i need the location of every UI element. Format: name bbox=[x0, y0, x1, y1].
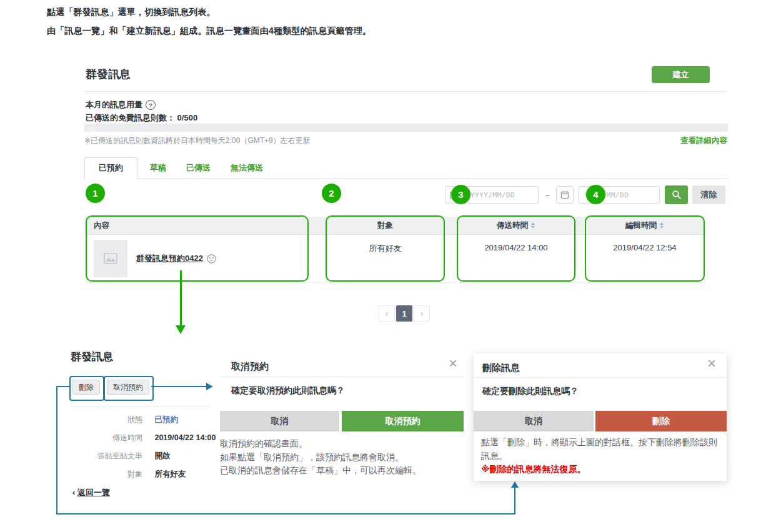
row-send-time: 2019/04/22 14:00 bbox=[457, 243, 575, 252]
tab-sent[interactable]: 已傳送 bbox=[179, 158, 218, 179]
field-status: 狀態 已預約 bbox=[71, 413, 178, 425]
cancel-modal-body: 確定要取消預約此則訊息嗎？ bbox=[231, 385, 345, 397]
delete-modal-warning: ※刪除的訊息將無法復原。 bbox=[481, 463, 722, 476]
usage-title: 本月的訊息用量 ? bbox=[86, 99, 156, 111]
tab-reserved[interactable]: 已預約 bbox=[84, 157, 137, 179]
broadcast-message-guide-page: 點選「群發訊息」選單，切換到訊息列表。 由「訊息一覽」和「建立新訊息」組成。訊息… bbox=[0, 0, 771, 532]
column-header-send-time[interactable]: 傳送時間 bbox=[457, 217, 575, 235]
green-connector-line bbox=[180, 270, 182, 326]
chevron-right-icon: › bbox=[420, 308, 424, 318]
sticker-badge-icon bbox=[207, 254, 216, 264]
usage-progress-bar: 0% bbox=[84, 124, 728, 132]
usage-sent-count: 已傳送的免費訊息則數： 0/500 bbox=[86, 112, 197, 124]
annotation-circle-1: 1 bbox=[86, 184, 105, 203]
field-value: 2019/04/22 14:00 bbox=[154, 433, 216, 442]
usage-title-label: 本月的訊息用量 bbox=[86, 99, 142, 111]
caption-line: 如果點選「取消預約」，該預約訊息將會取消。 bbox=[220, 451, 476, 465]
intro-line-1: 點選「群發訊息」選單，切換到訊息列表。 bbox=[47, 7, 216, 18]
delete-button[interactable]: 刪除 bbox=[72, 380, 100, 395]
field-value: 所有好友 bbox=[154, 470, 186, 478]
page-title: 群發訊息 bbox=[86, 67, 131, 82]
message-tabs: 已預約 草稿 已傳送 無法傳送 bbox=[84, 160, 728, 179]
back-to-list-link[interactable]: ‹ 返回一覽 bbox=[72, 487, 110, 498]
message-title-link[interactable]: 群發訊息預約0422 bbox=[136, 253, 203, 264]
annotation-circle-4: 4 bbox=[586, 185, 605, 204]
field-value: 開啟 bbox=[154, 451, 170, 460]
cancel-modal-confirm-button[interactable]: 取消預約 bbox=[342, 411, 464, 431]
detail-divider bbox=[71, 406, 210, 406]
field-timeline-post: 張貼至貼文串 開啟 bbox=[71, 450, 170, 461]
chevron-left-icon: ‹ bbox=[386, 308, 389, 318]
table-row: 群發訊息預約0422 bbox=[136, 253, 216, 264]
chevron-left-icon: ‹ bbox=[72, 488, 75, 497]
column-header-send-time-label: 傳送時間 bbox=[497, 221, 528, 230]
caption-line: 已取消的訊息會儲存在「草稿」中，可以再次編輯。 bbox=[220, 464, 476, 478]
close-icon[interactable]: × bbox=[449, 357, 457, 370]
blue-connector-line bbox=[56, 386, 57, 515]
usage-progress-label: 0% bbox=[84, 126, 96, 134]
date-range-separator: ~ bbox=[545, 190, 550, 200]
annotation-circle-3: 3 bbox=[451, 185, 470, 204]
delete-modal-confirm-button[interactable]: 刪除 bbox=[595, 411, 727, 431]
blue-connector-line bbox=[151, 386, 206, 387]
cancel-modal-caption: 取消預約的確認畫面。 如果點選「取消預約」，該預約訊息將會取消。 已取消的訊息會… bbox=[220, 437, 476, 478]
search-button[interactable] bbox=[665, 185, 688, 204]
blue-connector-line bbox=[514, 487, 515, 515]
message-thumbnail bbox=[94, 240, 127, 277]
cancel-modal-divider bbox=[220, 377, 464, 377]
status-badge: 已預約 bbox=[154, 415, 178, 424]
field-send-time: 傳送時間 2019/04/22 14:00 bbox=[71, 431, 216, 443]
blue-connector-line bbox=[56, 513, 515, 515]
field-target: 對象 所有好友 bbox=[71, 468, 186, 480]
clear-button[interactable]: 清除 bbox=[692, 185, 725, 204]
header-divider bbox=[84, 91, 728, 92]
column-header-edit-time[interactable]: 編輯時間 bbox=[585, 217, 705, 235]
annotation-circle-2: 2 bbox=[322, 184, 341, 203]
sort-icon[interactable] bbox=[659, 222, 664, 229]
delete-modal-divider bbox=[474, 377, 727, 378]
row-divider bbox=[84, 282, 706, 283]
tab-failed[interactable]: 無法傳送 bbox=[223, 158, 271, 179]
date-from-input[interactable] bbox=[465, 186, 539, 204]
blue-arrow-up-icon bbox=[511, 481, 519, 488]
delete-modal-caption: 點選「刪除」時，將顯示上圖的對話框。按下刪除將刪除該則訊息。 bbox=[481, 436, 722, 463]
column-header-target: 對象 bbox=[326, 217, 445, 235]
delete-modal-body: 確定要刪除此則訊息嗎？ bbox=[482, 386, 579, 397]
pagination-next-button[interactable]: › bbox=[414, 305, 430, 322]
row-edit-time: 2019/04/22 12:54 bbox=[585, 243, 705, 252]
close-icon[interactable]: × bbox=[707, 357, 716, 370]
create-button[interactable]: 建立 bbox=[652, 66, 710, 83]
search-icon bbox=[672, 190, 682, 200]
caption-line: 取消預約的確認畫面。 bbox=[220, 437, 476, 451]
help-icon[interactable]: ? bbox=[146, 100, 156, 110]
blue-arrow-right-icon bbox=[206, 383, 213, 390]
image-placeholder-icon bbox=[104, 253, 117, 264]
cancel-reservation-button[interactable]: 取消預約 bbox=[107, 380, 149, 395]
cancel-modal-title: 取消預約 bbox=[231, 361, 269, 373]
back-link-label: 返回一覽 bbox=[77, 488, 110, 497]
column-header-content: 內容 bbox=[94, 217, 109, 235]
detail-panel-title: 群發訊息 bbox=[71, 350, 113, 364]
pagination-page-1[interactable]: 1 bbox=[396, 305, 412, 322]
row-target: 所有好友 bbox=[326, 243, 445, 254]
green-arrow-down-icon bbox=[176, 325, 186, 334]
delete-modal-cancel-button[interactable]: 取消 bbox=[474, 411, 594, 431]
field-label: 對象 bbox=[71, 469, 142, 480]
blue-connector-line bbox=[56, 386, 69, 387]
intro-line-2: 由「訊息一覽」和「建立新訊息」組成。訊息一覽畫面由4種類型的訊息頁籤管理。 bbox=[47, 26, 371, 37]
calendar-icon bbox=[560, 190, 569, 199]
tab-draft[interactable]: 草稿 bbox=[142, 158, 174, 179]
cancel-modal-cancel-button[interactable]: 取消 bbox=[220, 411, 339, 431]
field-label: 張貼至貼文串 bbox=[71, 451, 142, 461]
field-label: 狀態 bbox=[71, 415, 142, 425]
pagination-prev-button[interactable]: ‹ bbox=[379, 305, 395, 322]
usage-note: ※已傳送的訊息則數資訊將於日本時間每天2:00（GMT+9）左右更新 bbox=[84, 135, 311, 146]
date-to-calendar-button[interactable] bbox=[556, 186, 574, 204]
sort-icon[interactable] bbox=[530, 222, 535, 229]
view-details-link[interactable]: 查看詳細內容 bbox=[680, 135, 727, 146]
column-header-edit-time-label: 編輯時間 bbox=[625, 221, 657, 230]
delete-modal-title: 刪除訊息 bbox=[482, 362, 520, 374]
field-label: 傳送時間 bbox=[71, 433, 142, 443]
